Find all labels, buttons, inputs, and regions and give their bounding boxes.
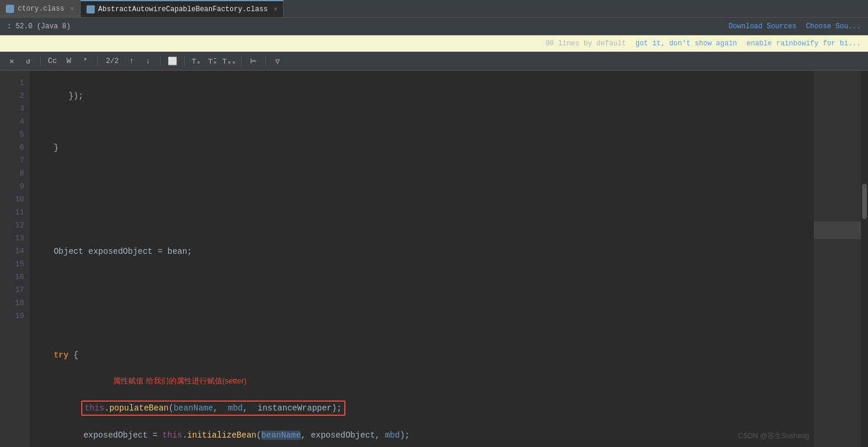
tab-factory-close[interactable]: × <box>70 5 74 12</box>
download-sources-link[interactable]: Download Sources <box>729 22 796 31</box>
code-line-4 <box>39 167 859 180</box>
code-area: 1 2 3 4 5 6 7 8 9 10 11 12 13 14 15 16 1… <box>0 71 868 447</box>
minimap-scrollbar <box>814 71 861 447</box>
java-version-info: : 52.0 (Java 8) <box>7 22 71 31</box>
code-line-10 <box>39 323 859 336</box>
prev-match-btn[interactable]: ↑ <box>125 54 139 68</box>
code-line-2 <box>39 115 859 128</box>
code-line-12: 属性赋值 给我们的属性进行赋值(setter) <box>39 375 859 388</box>
enable-rainbowify-link[interactable]: enable rainbowify for bi... <box>747 39 861 48</box>
line-numbers: 1 2 3 4 5 6 7 8 9 10 11 12 13 14 15 16 1… <box>0 71 29 447</box>
tab-factory[interactable]: ctory.class × <box>0 0 81 17</box>
code-line-6 <box>39 219 859 232</box>
expand-btn[interactable]: ⬜ <box>165 54 179 68</box>
minimap-thumb[interactable] <box>814 221 861 239</box>
toolbar-sep-3 <box>160 56 161 67</box>
java-class-icon-2 <box>87 5 95 14</box>
tab-abstract-factory[interactable]: AbstractAutowireCapableBeanFactory.class… <box>81 0 284 17</box>
notif-bar: 00 lines by default got it, don't show a… <box>0 35 868 52</box>
code-line-5 <box>39 193 859 206</box>
tab-abstract-factory-close[interactable]: × <box>274 6 278 13</box>
java-class-icon <box>6 5 14 13</box>
tab-factory-label: ctory.class <box>18 5 64 13</box>
format-btn-1[interactable]: ⊤ₓ <box>189 54 204 68</box>
code-line-8 <box>39 271 859 284</box>
code-content: }); } Object exposedObject = bean; try {… <box>29 71 868 447</box>
align-btn[interactable]: ⊨ <box>247 54 261 68</box>
toolbar: ✕ ↺ Cc W * 2/2 ↑ ↓ ⬜ ⊤ₓ ⊤̄ₓ ⊤ₓₓ ⊨ ▽ <box>0 52 868 71</box>
info-bar: : 52.0 (Java 8) Download Sources Choose … <box>0 18 868 35</box>
vertical-scrollbar <box>861 71 868 447</box>
filter-btn[interactable]: ▽ <box>271 54 285 68</box>
code-line-9 <box>39 297 859 310</box>
code-line-7: Object exposedObject = bean; <box>39 245 859 258</box>
code-line-1: }); <box>39 90 859 102</box>
match-counter: 2/2 <box>102 57 122 65</box>
regex-btn[interactable]: * <box>78 54 92 68</box>
next-match-btn[interactable]: ↓ <box>141 54 155 68</box>
info-bar-actions: Download Sources Choose Sou... <box>729 22 861 31</box>
watermark: CSDN @苏生Susheng <box>738 431 809 441</box>
close-btn[interactable]: ✕ <box>5 54 19 68</box>
scrollbar-thumb[interactable] <box>862 184 867 219</box>
choose-sources-link[interactable]: Choose Sou... <box>806 22 861 31</box>
code-line-3: } <box>39 141 859 154</box>
toolbar-sep-5 <box>241 56 242 67</box>
toolbar-sep-1 <box>40 56 41 67</box>
code-line-11: try { <box>39 349 859 362</box>
notif-text: 00 lines by default <box>546 39 626 48</box>
tab-abstract-factory-label: AbstractAutowireCapableBeanFactory.class <box>98 5 268 14</box>
toolbar-sep-4 <box>184 56 185 67</box>
toolbar-sep-2 <box>97 56 98 67</box>
format-btn-2[interactable]: ⊤̄ₓ <box>206 54 220 68</box>
case-sensitive-btn[interactable]: Cc <box>45 54 59 68</box>
got-it-link[interactable]: got it, don't show again <box>636 39 737 48</box>
toolbar-sep-6 <box>265 56 266 67</box>
refresh-btn[interactable]: ↺ <box>21 54 35 68</box>
format-btn-3[interactable]: ⊤ₓₓ <box>222 54 237 68</box>
code-line-14: exposedObject = this.initializeBean(bean… <box>39 429 859 442</box>
word-btn[interactable]: W <box>62 54 76 68</box>
code-line-13: this.populateBean(beanName, mbd, instanc… <box>39 400 859 416</box>
tab-bar: ctory.class × AbstractAutowireCapableBea… <box>0 0 868 18</box>
